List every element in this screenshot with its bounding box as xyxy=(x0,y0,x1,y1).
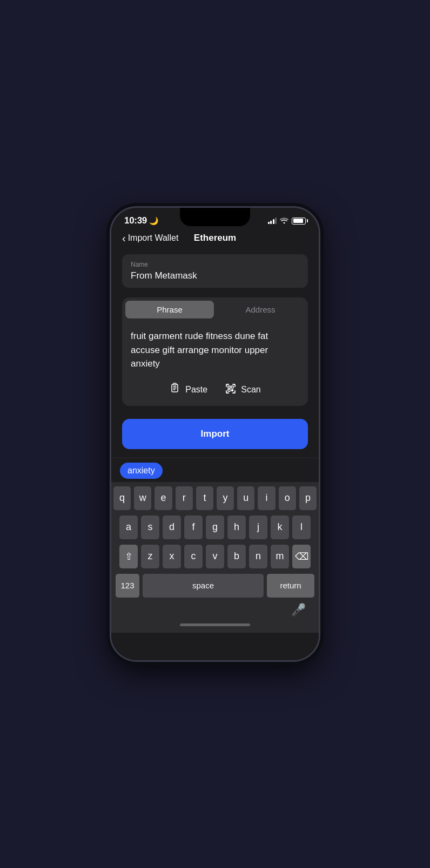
header: ‹ Import Wallet Ethereum xyxy=(111,226,319,249)
name-input-card[interactable]: Name From Metamask xyxy=(122,254,308,288)
return-key[interactable]: return xyxy=(267,574,314,598)
scan-label: Scan xyxy=(241,385,260,395)
page-title: Ethereum xyxy=(194,233,236,243)
phrase-content: fruit garment rude fitness dune fat accu… xyxy=(122,322,308,375)
tab-card: Phrase Address fruit garment rude fitnes… xyxy=(122,297,308,406)
tab-bar: Phrase Address xyxy=(122,297,308,322)
paste-button[interactable]: Paste xyxy=(169,383,207,397)
key-e[interactable]: e xyxy=(154,486,172,510)
phone-frame: 10:39 🌙 xyxy=(110,206,320,662)
scan-icon xyxy=(225,383,237,397)
signal-icon xyxy=(268,218,277,224)
shift-key[interactable]: ⇧ xyxy=(119,545,138,568)
battery-icon xyxy=(292,218,306,225)
microphone-icon[interactable]: 🎤 xyxy=(291,603,306,617)
keyboard-row-2: a s d f g h j k l xyxy=(113,516,317,539)
svg-rect-3 xyxy=(231,386,233,388)
autocomplete-bar: anxiety xyxy=(111,458,319,482)
key-w[interactable]: w xyxy=(134,486,151,510)
key-j[interactable]: j xyxy=(249,516,267,539)
back-label: Import Wallet xyxy=(128,233,179,243)
phrase-text[interactable]: fruit garment rude fitness dune fat accu… xyxy=(131,329,299,371)
status-icons xyxy=(268,216,306,225)
keyboard-bottom-row: 123 space return xyxy=(113,574,317,598)
space-key[interactable]: space xyxy=(143,574,264,598)
svg-rect-5 xyxy=(231,389,233,391)
key-n[interactable]: n xyxy=(249,545,267,568)
keyboard-row-1: q w e r t y u i o p xyxy=(113,486,317,510)
key-s[interactable]: s xyxy=(141,516,159,539)
key-g[interactable]: g xyxy=(206,516,224,539)
home-indicator-bar xyxy=(180,623,250,626)
autocomplete-suggestion[interactable]: anxiety xyxy=(120,463,163,479)
key-x[interactable]: x xyxy=(163,545,181,568)
import-btn-area: Import xyxy=(111,410,319,458)
key-d[interactable]: d xyxy=(163,516,181,539)
back-chevron-icon: ‹ xyxy=(122,233,126,243)
wifi-icon xyxy=(280,216,288,225)
key-o[interactable]: o xyxy=(279,486,296,510)
tab-address[interactable]: Address xyxy=(216,301,305,318)
key-l[interactable]: l xyxy=(292,516,311,539)
key-u[interactable]: u xyxy=(237,486,254,510)
back-button[interactable]: ‹ Import Wallet xyxy=(122,233,178,243)
key-y[interactable]: y xyxy=(217,486,234,510)
form-area: Name From Metamask xyxy=(111,249,319,293)
moon-icon: 🌙 xyxy=(149,216,158,225)
tab-phrase[interactable]: Phrase xyxy=(125,301,214,318)
delete-icon: ⌫ xyxy=(295,551,308,562)
home-indicator-area xyxy=(113,620,317,630)
keyboard: q w e r t y u i o p a s d f g xyxy=(111,482,319,633)
paste-label: Paste xyxy=(185,385,207,395)
phone-screen: 10:39 🌙 xyxy=(111,208,319,660)
key-c[interactable]: c xyxy=(184,545,203,568)
svg-rect-4 xyxy=(228,389,230,391)
key-t[interactable]: t xyxy=(196,486,213,510)
key-q[interactable]: q xyxy=(113,486,131,510)
phrase-actions: Paste xyxy=(122,375,308,406)
delete-key[interactable]: ⌫ xyxy=(292,545,311,568)
svg-rect-2 xyxy=(228,386,230,388)
key-h[interactable]: h xyxy=(227,516,246,539)
status-time: 10:39 🌙 xyxy=(124,215,158,226)
keyboard-row-3: ⇧ z x c v b n m ⌫ xyxy=(113,545,317,568)
key-r[interactable]: r xyxy=(176,486,193,510)
name-field-label: Name xyxy=(131,261,299,268)
key-a[interactable]: a xyxy=(119,516,138,539)
number-key[interactable]: 123 xyxy=(116,574,139,598)
import-button[interactable]: Import xyxy=(122,419,308,449)
scan-button[interactable]: Scan xyxy=(225,383,260,397)
key-b[interactable]: b xyxy=(227,545,246,568)
paste-icon xyxy=(169,383,181,397)
svg-rect-1 xyxy=(173,383,176,385)
key-f[interactable]: f xyxy=(184,516,203,539)
key-v[interactable]: v xyxy=(206,545,224,568)
key-k[interactable]: k xyxy=(271,516,289,539)
shift-icon: ⇧ xyxy=(125,551,133,562)
app-content: ‹ Import Wallet Ethereum Name From Metam… xyxy=(111,226,319,660)
key-p[interactable]: p xyxy=(299,486,317,510)
key-i[interactable]: i xyxy=(258,486,275,510)
notch xyxy=(180,208,250,226)
name-field-value: From Metamask xyxy=(131,270,299,281)
mic-row: 🎤 xyxy=(113,601,317,620)
key-z[interactable]: z xyxy=(141,545,159,568)
key-m[interactable]: m xyxy=(271,545,289,568)
